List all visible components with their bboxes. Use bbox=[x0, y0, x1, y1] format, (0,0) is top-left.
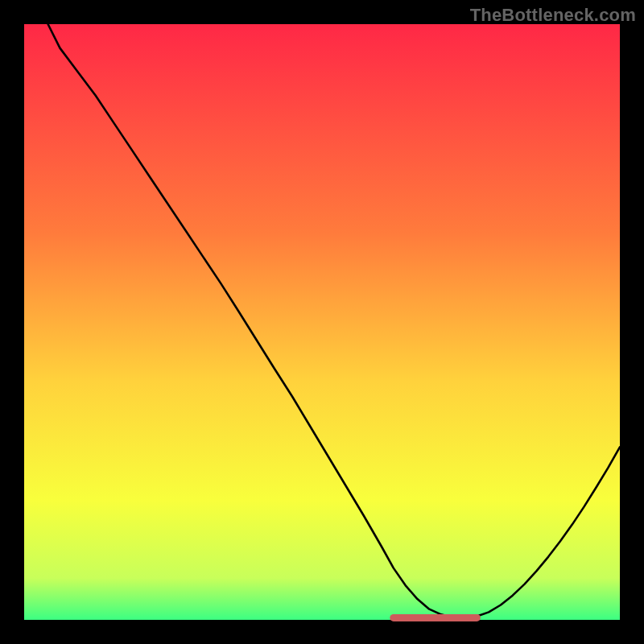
plot-background bbox=[24, 24, 620, 620]
watermark-text: TheBottleneck.com bbox=[470, 5, 636, 26]
chart-svg bbox=[0, 0, 644, 644]
chart-frame: { "watermark": "TheBottleneck.com", "col… bbox=[0, 0, 644, 644]
